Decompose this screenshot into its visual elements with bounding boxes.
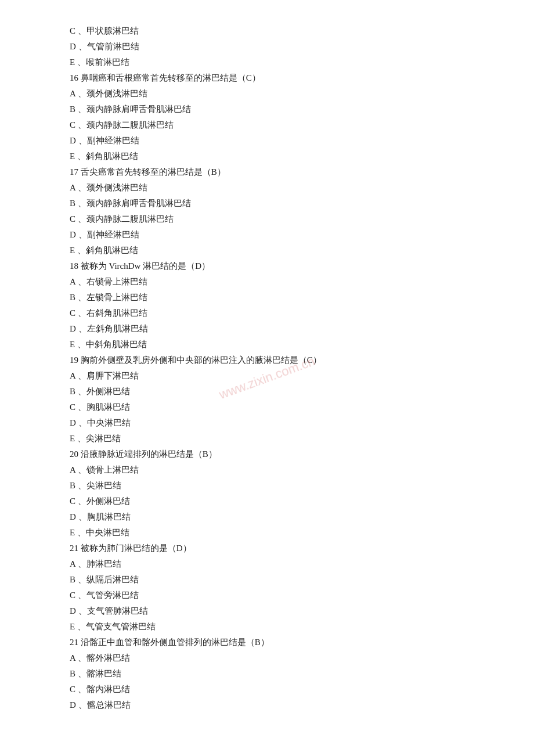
main-content: C 、甲状腺淋巴结D 、气管前淋巴结E 、喉前淋巴结16 鼻咽癌和舌根癌常首先转… [70,23,488,713]
text-line-l13: C 、颈内静脉二腹肌淋巴结 [70,211,488,227]
text-line-l15: E 、斜角肌淋巴结 [70,243,488,258]
text-line-l4: 16 鼻咽癌和舌根癌常首先转移至的淋巴结是（C） [70,70,488,86]
text-line-l25: C 、胸肌淋巴结 [70,399,488,415]
text-line-l23: A 、肩胛下淋巴结 [70,368,488,384]
text-line-l20: D 、左斜角肌淋巴结 [70,321,488,337]
text-line-l16: 18 被称为 VirchDw 淋巴结的是（D） [70,258,488,274]
text-line-l1: C 、甲状腺淋巴结 [70,23,488,39]
text-line-l19: C 、右斜角肌淋巴结 [70,305,488,321]
text-line-l22: 19 胸前外侧壁及乳房外侧和中央部的淋巴注入的腋淋巴结是（C） [70,352,488,368]
text-line-l33: E 、中央淋巴结 [70,525,488,541]
text-line-l43: C 、髂内淋巴结 [70,682,488,697]
text-line-l27: E 、尖淋巴结 [70,431,488,447]
text-line-l41: A 、髂外淋巴结 [70,650,488,666]
text-line-l18: B 、左锁骨上淋巴结 [70,290,488,305]
text-line-l29: A 、锁骨上淋巴结 [70,462,488,478]
text-line-l10: 17 舌尖癌常首先转移至的淋巴结是（B） [70,164,488,180]
text-line-l14: D 、副神经淋巴结 [70,227,488,243]
text-line-l11: A 、颈外侧浅淋巴结 [70,180,488,196]
text-line-l34: 21 被称为肺门淋巴结的是（D） [70,541,488,556]
text-line-l2: D 、气管前淋巴结 [70,39,488,55]
text-line-l7: C 、颈内静脉二腹肌淋巴结 [70,117,488,133]
text-line-l42: B 、髂淋巴结 [70,666,488,682]
text-line-l5: A 、颈外侧浅淋巴结 [70,86,488,102]
text-line-l21: E 、中斜角肌淋巴结 [70,337,488,352]
text-line-l39: E 、气管支气管淋巴结 [70,619,488,635]
text-line-l40: 21 沿髂正中血管和髂外侧血管排列的淋巴结是（B） [70,635,488,650]
text-line-l8: D 、副神经淋巴结 [70,133,488,149]
text-line-l12: B 、颈内静脉肩呷舌骨肌淋巴结 [70,196,488,211]
text-line-l38: D 、支气管肺淋巴结 [70,603,488,619]
text-line-l28: 20 沿腋静脉近端排列的淋巴结是（B） [70,447,488,462]
text-line-l3: E 、喉前淋巴结 [70,55,488,70]
text-line-l37: C 、气管旁淋巴结 [70,588,488,603]
text-line-l9: E 、斜角肌淋巴结 [70,149,488,164]
text-line-l24: B 、外侧淋巴结 [70,384,488,399]
text-line-l26: D 、中央淋巴结 [70,415,488,431]
text-line-l36: B 、纵隔后淋巴结 [70,572,488,588]
text-line-l30: B 、尖淋巴结 [70,478,488,494]
text-line-l44: D 、髂总淋巴结 [70,697,488,713]
text-line-l31: C 、外侧淋巴结 [70,494,488,509]
text-line-l6: B 、颈内静脉肩呷舌骨肌淋巴结 [70,102,488,117]
text-line-l17: A 、右锁骨上淋巴结 [70,274,488,290]
text-line-l32: D 、胸肌淋巴结 [70,509,488,525]
text-line-l35: A 、肺淋巴结 [70,556,488,572]
